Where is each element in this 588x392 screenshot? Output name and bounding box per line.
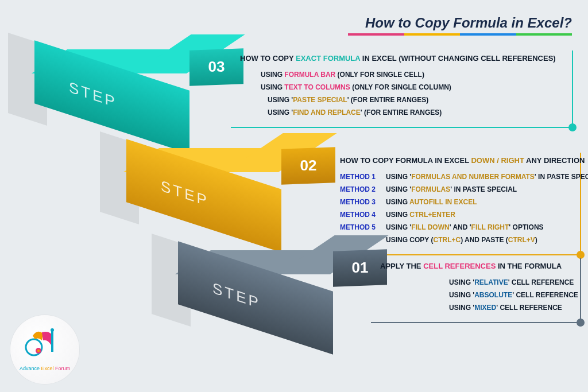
s3-item-3: USING 'PASTE SPECIAL' (FOR ENTIRE RANGES… — [240, 96, 566, 104]
step-3-heading: HOW TO COPY EXACT FORMULA IN EXCEL (WITH… — [240, 54, 566, 63]
connector-dot — [577, 319, 585, 327]
bar-seg-1 — [348, 33, 404, 36]
page-title: How to Copy Formula in Excel? — [365, 15, 572, 31]
s3-item-4: USING 'FIND AND REPLACE' (FOR ENTIRE RAN… — [240, 108, 566, 117]
s2-m1: METHOD 1USING 'FORMULAS AND NUMBER FORMA… — [340, 173, 574, 181]
svg-point-2 — [51, 328, 54, 332]
s2-m2: METHOD 2USING 'FORMULAS' IN PASTE SPECIA… — [340, 185, 574, 193]
s3-item-2: USING TEXT TO COLUMNS (ONLY FOR SINGLE C… — [240, 83, 566, 91]
bar-seg-4 — [516, 33, 572, 36]
step-1-callout: APPLY THE CELL REFERENCES IN THE FORMULA… — [374, 258, 581, 323]
s2-m4: METHOD 4USING CTRL+ENTER — [340, 211, 574, 219]
step-3-callout: HOW TO COPY EXACT FORMULA IN EXCEL (WITH… — [234, 51, 573, 128]
leader — [371, 322, 374, 323]
s2-m3: METHOD 3USING AUTOFILL IN EXCEL — [340, 198, 574, 206]
s1-item-3: USING 'MIXED' CELL REFERENCE — [380, 304, 574, 312]
bar-seg-2 — [404, 33, 461, 36]
step-2-heading: HOW TO COPY FORMULA IN EXCEL DOWN / RIGH… — [340, 156, 574, 165]
logo-icon — [25, 328, 65, 363]
svg-rect-1 — [51, 331, 53, 352]
title-underline — [348, 33, 572, 36]
s2-m5: METHOD 5USING 'FILL DOWN' AND 'FILL RIGH… — [340, 223, 574, 231]
svg-point-4 — [37, 350, 40, 352]
leader — [231, 127, 234, 128]
bar-seg-3 — [460, 33, 516, 36]
connector-dot — [577, 251, 585, 259]
step-2-number: 02 — [281, 149, 335, 181]
step-1-heading: APPLY THE CELL REFERENCES IN THE FORMULA — [380, 262, 574, 270]
brand-logo: Advance Excel Forum — [10, 315, 79, 384]
connector-dot — [568, 123, 577, 131]
logo-text: Advance Excel Forum — [20, 366, 70, 371]
s1-item-1: USING 'RELATIVE' CELL REFERENCE — [380, 278, 574, 286]
s3-item-1: USING FORMULA BAR (ONLY FOR SINGLE CELL) — [240, 71, 566, 79]
s1-item-2: USING 'ABSOLUTE' CELL REFERENCE — [380, 291, 574, 299]
